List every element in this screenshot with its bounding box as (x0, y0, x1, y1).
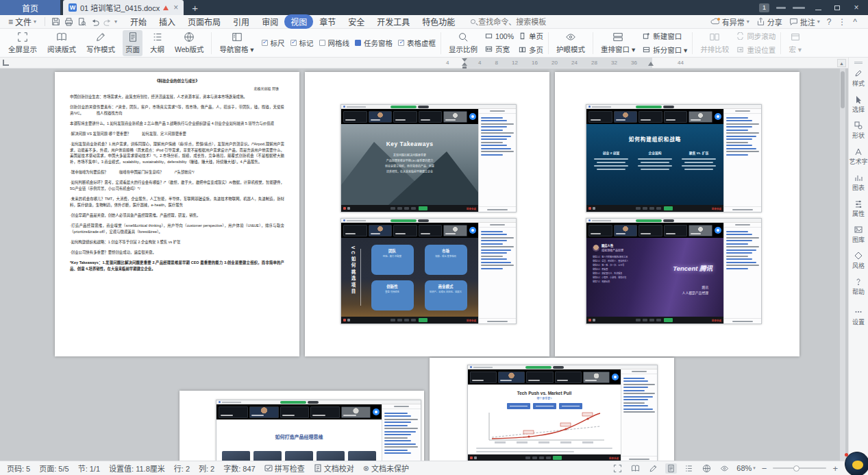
new-tab-button[interactable]: + (192, 2, 198, 14)
minimize-button[interactable] (812, 3, 824, 12)
outline-view-button[interactable]: 大纲 (147, 30, 167, 56)
doc-paragraph[interactable]: ·创业公司快有多重要？要想创业成功，速度很关键。 (70, 249, 284, 256)
zoom-percentage[interactable]: 68%▾ (736, 464, 756, 472)
multi-page-button[interactable]: 多页 (519, 45, 543, 55)
file-menu[interactable]: ≡文件▾ (4, 16, 40, 27)
meeting-screenshot-tencent[interactable]: 顺应人性 成就顶级产品经理 微信1.0：熟人间的聊天需求&装机工具微信2.0：语… (586, 218, 762, 324)
more-commands-caret[interactable]: ▾ (114, 19, 117, 25)
share-button[interactable]: 分享 (756, 16, 782, 27)
sidebar-collapse-handle[interactable] (854, 62, 863, 64)
menu-item[interactable]: 章节 (313, 14, 342, 29)
status-read-layout-button[interactable] (630, 463, 641, 474)
doc-paragraph[interactable]: ·打造产品经理思维，商业嗅觉（smell&critical thinking），… (70, 223, 284, 234)
more-menu-button[interactable]: ⋮ (838, 17, 846, 27)
sidebar-item-gallery[interactable]: 图库 (849, 226, 868, 244)
scroll-up-button[interactable]: ▲ (837, 59, 846, 67)
document-tab[interactable]: W 01 培训笔记_0415.docx × (63, 0, 184, 15)
collapse-ribbon-button[interactable]: ^ (853, 17, 857, 27)
menu-item[interactable]: 开始 (124, 14, 153, 29)
save-button[interactable] (51, 16, 61, 27)
page-3[interactable]: 如何构建组织和战略 创业 ≠ 创富企业架构聚焦 vs. 扩张 结束会议 (555, 72, 799, 356)
menu-item[interactable]: 开发工具 (371, 14, 416, 29)
page-5[interactable]: Tech Push vs. Market Pull 哪个更重要? (430, 358, 674, 461)
new-window-button[interactable]: 新建窗口 (643, 31, 687, 41)
page-1[interactable]: 《科技企业的创立与成长》 北极光创投 邓锋 中国创新创业生态：市场需求大，政策支… (55, 72, 299, 356)
meeting-screenshot-pm-thinking[interactable]: 如何打造产品经理思维 商业嗅觉用户导向用户体验优先与取舍宏观与微观兼具 结束会议 (216, 400, 421, 461)
horizontal-ruler[interactable]: 4 4812162024283236 44 (0, 58, 848, 69)
sidebar-item-shapes[interactable]: 形状 (849, 121, 868, 140)
eye-protection-button[interactable]: 护眼模式 (554, 30, 588, 56)
menu-item[interactable]: 安全 (342, 14, 371, 29)
doc-paragraph[interactable]: *Key Takeaways：1.发现问题比解决问题更重要 2.产品经理思维是早… (70, 260, 284, 271)
zoom-out-button[interactable]: − (762, 463, 767, 474)
rearrange-windows-button[interactable]: 重排窗口 ▾ (598, 30, 638, 56)
protection-status-button[interactable]: ⊗文档未保护 (363, 463, 409, 474)
menu-item[interactable]: 插入 (153, 14, 182, 29)
undo-button[interactable] (90, 16, 100, 27)
menu-item[interactable]: 特色功能 (416, 14, 461, 29)
menu-item[interactable]: 页面布局 (182, 14, 227, 29)
comment-button[interactable]: 批注▾ (789, 16, 820, 27)
status-eye-protection-button[interactable] (719, 463, 730, 474)
single-page-button[interactable]: 单页 (519, 31, 543, 41)
zoom-in-button[interactable]: + (832, 463, 838, 474)
help-button[interactable]: ? (827, 17, 832, 27)
page-width-button[interactable]: 页宽 (485, 44, 514, 54)
sidebar-item-properties[interactable]: 属性 (849, 199, 868, 218)
print-button[interactable] (64, 16, 74, 27)
zoom-slider[interactable] (773, 467, 826, 469)
task-pane-checkbox[interactable]: 任务窗格 (355, 38, 393, 48)
sidebar-item-chart[interactable]: 图表 (849, 173, 868, 192)
split-window-button[interactable]: 拆分窗口 ▾ (643, 45, 687, 55)
tab-close-icon[interactable]: × (173, 3, 178, 12)
web-layout-button[interactable]: Web版式 (172, 30, 206, 56)
spell-check-button[interactable]: 拼写检查 (264, 463, 305, 474)
redo-button[interactable] (103, 16, 113, 27)
menu-item[interactable]: 审阅 (256, 14, 284, 29)
read-layout-button[interactable]: 阅读版式 (45, 30, 79, 56)
status-write-mode-button[interactable] (647, 463, 659, 474)
restore-button[interactable] (831, 3, 843, 12)
writing-mode-button[interactable]: 写作模式 (84, 30, 118, 56)
status-web-layout-button[interactable] (701, 463, 712, 474)
doc-paragraph[interactable]: ·如何构建组织和战略：1.创业不等于创富 2.企业构架 3.聚焦 vs 扩张 (70, 239, 284, 245)
command-search[interactable] (471, 18, 567, 26)
sidebar-item-settings[interactable]: 设置 (849, 308, 868, 326)
meeting-screenshot-key-takeaways[interactable]: Key Takeaways 发现问题比解决问题更重要产品经理思维是早期CEO最重… (340, 104, 517, 212)
doc-paragraph[interactable]: 中国创新创业生态：市场需求大，政策支持到位，经济迅速发展，人才资源丰富，资本与资… (70, 94, 284, 100)
ruler-checkbox[interactable]: 标尺 (262, 38, 285, 48)
search-input[interactable] (478, 18, 567, 26)
meeting-screenshot-org-strategy[interactable]: 如何构建组织和战略 创业 ≠ 创富企业架构聚焦 vs. 扩张 结束会议 (586, 104, 762, 212)
sidebar-item-styles[interactable]: 样式 (849, 69, 868, 88)
sidebar-item-select[interactable]: 选择 (849, 95, 868, 114)
scrollbar-thumb[interactable] (841, 71, 845, 108)
gridlines-checkbox[interactable]: 网格线 (319, 38, 350, 48)
status-page-view-button[interactable] (665, 463, 677, 474)
doc-paragraph[interactable]: ·如何判断机会好坏？思考，宏观看最大的行业会有哪些？/*（敢想，敢于大，敢把中度… (70, 180, 284, 191)
right-indent-marker-icon[interactable] (648, 62, 654, 66)
meeting-screenshot-tech-push[interactable]: Tech Push vs. Market Pull 哪个更重要? (467, 365, 658, 461)
meeting-screenshot-vc-criteria[interactable]: VC如何挑选项目 团队经验、能力 匹配度市场规模、成长 竞争格局创新性壁垒 可持… (340, 218, 517, 324)
doc-title[interactable]: 《科技企业的创立与成长》 (70, 78, 284, 84)
member-badge[interactable]: 1 (759, 3, 769, 12)
home-tab[interactable]: 首页 (0, 0, 60, 15)
page-2[interactable]: Key Takeaways 发现问题比解决问题更重要产品经理思维是早期CEO最重… (305, 72, 549, 356)
menu-item[interactable]: 视图 (284, 14, 313, 29)
sidebar-item-style[interactable]: 风格 (849, 252, 868, 270)
document-canvas[interactable]: 《科技企业的创立与成长》 北极光创投 邓锋 中国创新创业生态：市场需求大，政策支… (0, 69, 848, 461)
status-fullscreen-button[interactable] (612, 463, 623, 474)
wps-assistant-button[interactable] (845, 452, 868, 475)
vertical-scrollbar[interactable] (840, 69, 845, 461)
status-word-count[interactable]: 字数: 847 (223, 463, 255, 474)
doc-paragraph[interactable]: ·创业早期产品是关键，创始人必须具备产品经理思维。产品经理，研发，销售。 (70, 212, 284, 219)
doc-paragraph[interactable]: 创新创业的关键性要素有：/*资金，团队，客户，市场真实需求*/等，找市场，做产品… (70, 104, 284, 116)
proofread-button[interactable]: 文档校对 (314, 463, 354, 474)
sidebar-item-help[interactable]: 帮助 (849, 278, 868, 296)
sidebar-item-wordart[interactable]: 艺术字 (849, 147, 868, 166)
tab-selector-icon[interactable] (3, 60, 9, 66)
indent-marker-icon[interactable] (462, 62, 467, 66)
doc-author[interactable]: 北极光创投 邓锋 (70, 86, 279, 90)
page-4[interactable]: 如何打造产品经理思维 商业嗅觉用户导向用户体验优先与取舍宏观与微观兼具 结束会议 (179, 391, 424, 461)
cloud-sync-status[interactable]: 有异常▾ (710, 16, 749, 27)
navigation-pane-button[interactable]: 导航窗格 ▾ (216, 30, 256, 56)
